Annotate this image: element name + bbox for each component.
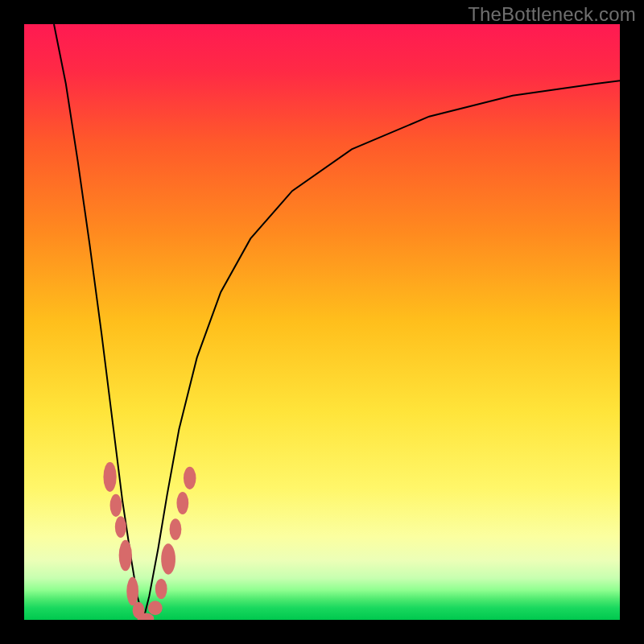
bead: [110, 494, 122, 517]
curve-layer: [24, 24, 620, 620]
plot-area: [24, 24, 620, 620]
bead: [103, 462, 116, 492]
watermark-text: TheBottleneck.com: [468, 3, 636, 26]
chart-frame: TheBottleneck.com: [0, 0, 644, 644]
bead: [161, 543, 175, 574]
bead: [155, 579, 167, 599]
bead: [119, 540, 132, 571]
curve-left: [54, 24, 143, 620]
bead: [115, 516, 126, 538]
bead: [148, 601, 163, 615]
bead: [176, 492, 188, 514]
bead: [126, 577, 138, 606]
bead: [170, 518, 182, 540]
curve-right: [143, 80, 620, 620]
bead: [184, 467, 196, 489]
